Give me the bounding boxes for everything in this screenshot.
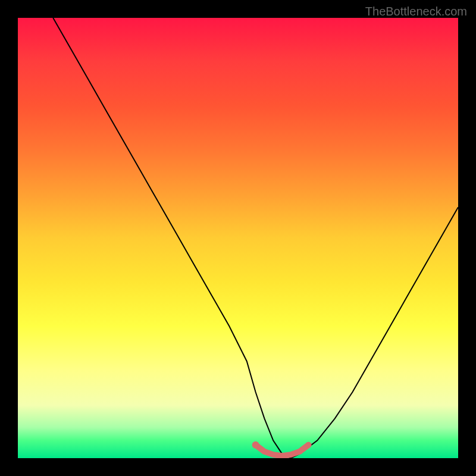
plot-area [18,18,458,458]
chart-container: TheBottleneck.com [0,0,476,476]
optimal-zone-dot-right [305,442,311,448]
curve-svg [18,18,458,458]
optimal-zone-dot-left [252,441,259,449]
optimal-zone-path [256,445,309,456]
bottleneck-curve-path [53,18,458,458]
watermark-text: TheBottleneck.com [365,5,467,18]
